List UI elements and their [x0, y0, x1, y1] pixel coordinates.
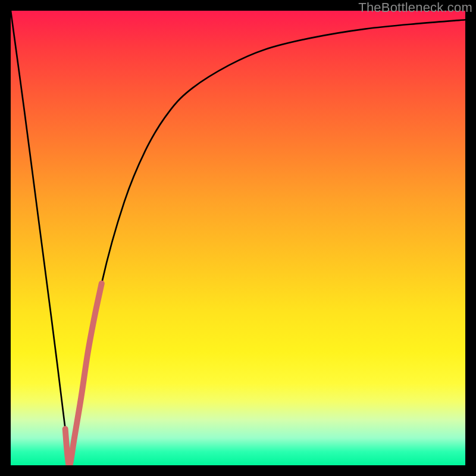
chart-lines [11, 11, 465, 465]
accent-segment-path [65, 283, 102, 465]
watermark-text: TheBottleneck.com [358, 0, 472, 15]
chart-frame: TheBottleneck.com [0, 0, 476, 476]
plot-area [11, 11, 465, 465]
